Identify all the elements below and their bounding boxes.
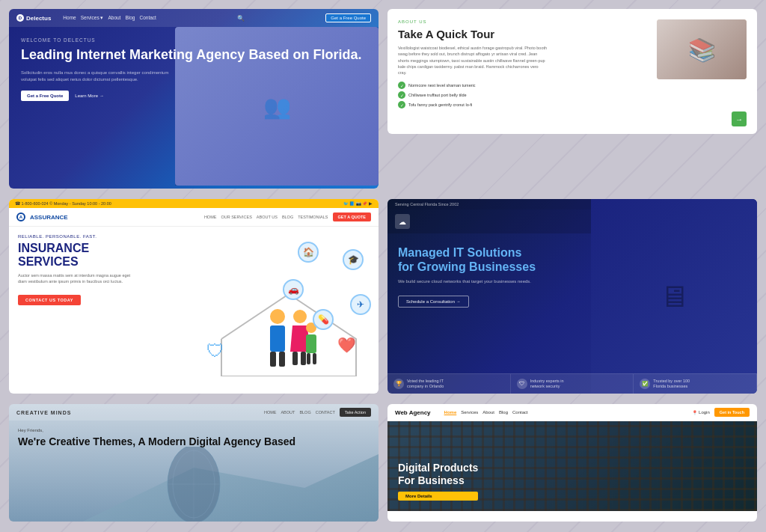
wa-more-btn[interactable]: More Details [398, 492, 478, 501]
check-label-1: Normcore next level shaman tumeric [408, 83, 476, 88]
insurance-nav-links: HOME OUR SERVICES ABOUT US BLOG TESTIMON… [204, 215, 328, 219]
delectus-logo-icon: D [16, 14, 24, 22]
insurance-title-line2: SERVICES [18, 255, 79, 268]
ins-icon-car: 🚗 [283, 279, 304, 300]
nav-home[interactable]: Home [63, 15, 76, 21]
ins-nav-home[interactable]: HOME [204, 215, 217, 219]
creative-logo: CREATIVE MINDS [16, 410, 71, 415]
stat-item-3: ✅ Trusted by over 100Florida businesses [634, 374, 757, 394]
ins-nav-testimonials[interactable]: TESTIMONIALS [298, 215, 328, 219]
tour-photo [657, 19, 747, 79]
delectus-hero-subtitle: Sollicitudin eros nulla mus donec a quis… [21, 70, 171, 83]
wa-nav-home[interactable]: Home [444, 410, 457, 415]
insurance-phone: ☎ 1-800-600-024 © Monday - Sunday 10:00 … [15, 201, 111, 206]
wa-nav-blog[interactable]: Blog [499, 410, 508, 415]
delectus-navbar: D Delectus Home Services ▾ About Blog Co… [9, 9, 379, 27]
it-cta-btn[interactable]: Schedule a Consultation → [398, 296, 469, 308]
insurance-title-line1: INSURANCE [18, 242, 89, 254]
creative-action-btn[interactable]: Take Action [340, 408, 371, 417]
wa-auth-area: 📍 Login Get in Touch [692, 408, 750, 417]
delectus-welcome: WELCOME TO DELECTUS [21, 37, 367, 43]
it-server-visual [591, 199, 757, 394]
nav-about[interactable]: About [108, 15, 120, 21]
delectus-nav-links: Home Services ▾ About Blog Contact [63, 15, 156, 21]
check-label-2: Chillwave truffaut port belly tilde [408, 93, 467, 97]
web-agency-logo: Web Agency [395, 409, 431, 416]
cm-nav-contact[interactable]: CONTACT [316, 410, 335, 415]
location-icon: 📍 [692, 410, 697, 415]
nav-services[interactable]: Services ▾ [81, 15, 104, 21]
creative-hello: Hey Friends, [18, 428, 370, 432]
check-stat-icon: ✅ [640, 379, 650, 389]
cm-nav-about[interactable]: ABOUT [281, 410, 295, 415]
insurance-title: INSURANCE SERVICES [18, 242, 138, 268]
insurance-desc: Auctor sem massa mattis sem at interdum … [18, 272, 138, 285]
web-agency-hero: Digital ProductsFor Business More Detail… [387, 421, 757, 511]
nav-contact[interactable]: Contact [139, 15, 156, 21]
wa-nav-links: Home Services About Blog Contact [444, 410, 528, 415]
check-item-2: ✓ Chillwave truffaut port belly tilde [398, 91, 747, 99]
insurance-top-bar: ☎ 1-800-600-024 © Monday - Sunday 10:00 … [9, 199, 379, 208]
creative-hero: Hey Friends, We're Creative Themes, A Mo… [9, 421, 379, 456]
ins-nav-services[interactable]: OUR SERVICES [221, 215, 251, 219]
card-delectus: D Delectus Home Services ▾ About Blog Co… [9, 9, 379, 189]
card-insurance: ☎ 1-800-600-024 © Monday - Sunday 10:00 … [9, 199, 379, 394]
ins-icon-edu: 🎓 [343, 249, 364, 270]
it-stats: 🏆 Voted the leading ITcompany in Orlando… [387, 373, 757, 394]
it-description: We build secure cloud networks that targ… [398, 278, 563, 285]
wa-title: Digital ProductsFor Business [398, 462, 478, 487]
creative-navbar: CREATIVE MINDS HOME ABOUT BLOG CONTACT T… [9, 404, 379, 421]
it-logo-icon: ☁ [395, 214, 410, 229]
check-icon-1: ✓ [398, 82, 405, 89]
insurance-quote-btn[interactable]: GET A QUOTE [333, 213, 371, 221]
gherkin-svg [149, 447, 239, 522]
delectus-quote-btn[interactable]: Get a Free Quote [325, 13, 371, 22]
insurance-contact-btn[interactable]: CONTACT US TODAY [18, 295, 81, 305]
shield-stat-icon: 🛡 [517, 379, 527, 389]
shield-icon: 🛡 [206, 340, 224, 361]
insurance-icons: 🏠 🎓 🚗 ✈ 💊 [214, 234, 379, 376]
creative-title: We're Creative Themes, A Modern Digital … [18, 435, 370, 448]
check-icon-3: ✓ [398, 101, 405, 108]
check-icon-2: ✓ [398, 91, 405, 99]
insurance-logo-icon: A [16, 213, 25, 221]
delectus-secondary-btn[interactable]: Learn More → [75, 94, 104, 98]
wa-nav-services[interactable]: Services [461, 410, 478, 415]
heart-icon: ❤️ [337, 336, 356, 354]
stat-text-2: Industry experts innetwork security [530, 379, 564, 389]
card-managed-it: Serving Central Florida Since 2002 Conta… [387, 199, 757, 394]
delectus-hero-title: Leading Internet Marketing Agency Based … [21, 47, 367, 64]
wa-nav-about[interactable]: About [482, 410, 494, 415]
stat-item-2: 🛡 Industry experts innetwork security [511, 374, 634, 394]
stat-text-3: Trusted by over 100Florida businesses [653, 379, 690, 389]
card-tour: ABOUT US Take A Quick Tour Vexillologist… [387, 9, 757, 134]
delectus-hero-content: WELCOME TO DELECTUS Leading Internet Mar… [9, 27, 379, 111]
insurance-illustration: 🏠 🎓 🚗 ✈ 💊 [199, 234, 379, 376]
ins-icon-health: 💊 [313, 309, 334, 330]
check-item-3: ✓ Tofu fanny pack gentrify cronut lo-fi [398, 101, 747, 108]
delectus-logo: D Delectus [16, 14, 51, 22]
web-agency-navbar: Web Agency Home Services About Blog Cont… [387, 404, 757, 421]
ins-nav-blog[interactable]: BLOG [282, 215, 293, 219]
nav-blog[interactable]: Blog [125, 15, 135, 21]
delectus-primary-btn[interactable]: Get a Free Quote [21, 91, 69, 101]
cm-nav-home[interactable]: HOME [264, 410, 277, 415]
creative-nav-links: HOME ABOUT BLOG CONTACT [264, 410, 335, 415]
insurance-hero: RELIABLE. PERSONABLE. FAST. INSURANCE SE… [9, 227, 379, 376]
ins-icon-home: 🏠 [298, 242, 319, 263]
ins-icon-plane: ✈ [350, 294, 371, 315]
card-creative-minds: CREATIVE MINDS HOME ABOUT BLOG CONTACT T… [9, 404, 379, 522]
wa-nav-contact[interactable]: Contact [512, 410, 528, 415]
insurance-logo: ASSURANCE [30, 214, 68, 221]
cm-nav-blog[interactable]: BLOG [299, 410, 310, 415]
wa-get-in-touch-btn[interactable]: Get in Touch [714, 408, 750, 417]
search-icon[interactable]: 🔍 [237, 15, 245, 22]
ins-nav-about[interactable]: ABOUT US [257, 215, 278, 219]
check-item-1: ✓ Normcore next level shaman tumeric [398, 82, 747, 89]
wa-login-btn[interactable]: 📍 Login [692, 410, 710, 415]
stat-item-1: 🏆 Voted the leading ITcompany in Orlando [387, 374, 511, 394]
trophy-icon: 🏆 [393, 379, 404, 389]
tour-arrow-btn[interactable]: → [732, 111, 747, 126]
insurance-tagline: RELIABLE. PERSONABLE. FAST. [18, 234, 138, 239]
check-label-3: Tofu fanny pack gentrify cronut lo-fi [408, 103, 472, 107]
